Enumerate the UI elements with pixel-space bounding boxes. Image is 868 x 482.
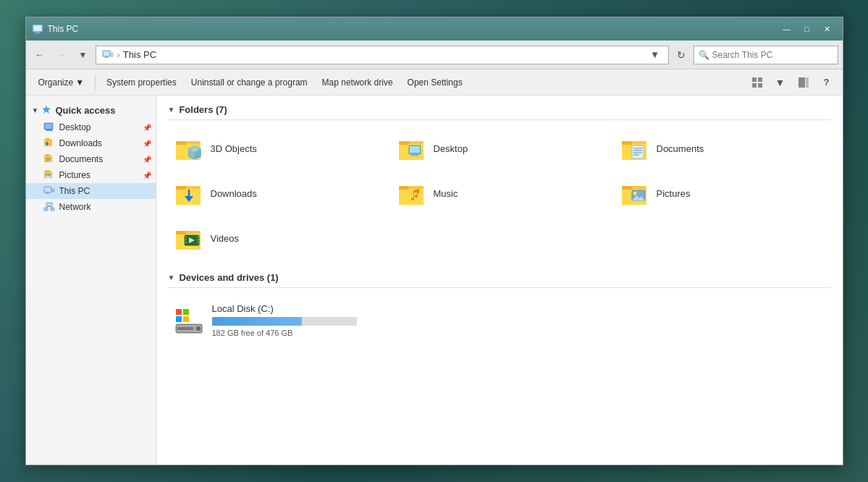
folder-item-3dobjects[interactable]: 3D Objects (168, 129, 385, 168)
view-dropdown-button[interactable]: ▼ (770, 72, 791, 93)
folder-item-videos[interactable]: Videos (168, 219, 385, 258)
sidebar-item-documents[interactable]: Documents 📌 (26, 151, 156, 167)
address-dropdown-button[interactable]: ▼ (648, 46, 662, 64)
details-pane-button[interactable] (793, 72, 814, 93)
toolbar: Organize ▼ System properties Uninstall o… (26, 69, 843, 96)
search-box[interactable]: 🔍 (694, 46, 838, 64)
sidebar-documents-label: Documents (59, 154, 104, 164)
sidebar-item-downloads[interactable]: Downloads 📌 (26, 135, 156, 151)
sidebar-quick-access-header[interactable]: ▼ Quick access (26, 101, 156, 119)
address-pc-icon (102, 49, 114, 61)
svg-rect-52 (399, 141, 409, 145)
back-button[interactable]: ← (30, 46, 49, 64)
folders-section: ▼ Folders (7) (168, 104, 831, 258)
folder-item-desktop[interactable]: Desktop (391, 129, 608, 168)
downloads-pin-icon: 📌 (143, 140, 151, 148)
svg-rect-2 (35, 32, 40, 33)
quick-access-label: Quick access (55, 105, 115, 116)
svg-rect-59 (622, 141, 632, 145)
title-bar: This PC — □ ✕ (26, 17, 843, 41)
organize-button[interactable]: Organize ▼ (32, 72, 91, 93)
map-network-button[interactable]: Map network drive (316, 72, 400, 93)
svg-rect-93 (183, 316, 189, 322)
address-input[interactable]: › This PC ▼ (96, 46, 669, 64)
recent-locations-button[interactable]: ▼ (74, 46, 93, 64)
network-icon (43, 201, 55, 213)
folder-item-downloads[interactable]: Downloads (168, 174, 385, 213)
title-bar-left: This PC (32, 23, 79, 35)
thispc-icon (43, 185, 55, 197)
sidebar-pictures-label: Pictures (59, 170, 90, 180)
sidebar-item-thispc[interactable]: This PC (26, 183, 156, 199)
organize-dropdown-icon: ▼ (75, 77, 84, 88)
organize-label: Organize (38, 77, 74, 88)
svg-rect-86 (197, 236, 199, 238)
refresh-button[interactable]: ↻ (672, 46, 691, 64)
folder-videos-label: Videos (211, 233, 240, 244)
svg-rect-85 (185, 242, 187, 244)
devices-section-label: Devices and drives (1) (179, 272, 278, 283)
device-name-label: Local Disk (C:) (212, 303, 357, 314)
close-button[interactable]: ✕ (818, 22, 837, 36)
device-free-label: 182 GB free of 476 GB (212, 329, 357, 337)
svg-rect-92 (176, 316, 182, 322)
window-icon (32, 23, 43, 35)
svg-rect-71 (399, 189, 424, 205)
folders-section-label: Folders (7) (179, 104, 227, 115)
svg-rect-81 (176, 231, 186, 234)
explorer-window: This PC — □ ✕ ← → ▼ › This PC ▼ ↻ (25, 17, 843, 465)
sidebar: ▼ Quick access De (26, 96, 156, 465)
folder-item-music[interactable]: Music (391, 174, 608, 213)
svg-rect-39 (44, 208, 48, 211)
svg-rect-15 (806, 77, 809, 88)
folder-item-documents[interactable]: Documents (614, 129, 831, 168)
svg-rect-55 (412, 154, 418, 156)
device-bar-fill (212, 317, 302, 326)
sidebar-item-desktop[interactable]: Desktop 📌 (26, 119, 156, 135)
open-settings-button[interactable]: Open Settings (401, 72, 469, 93)
svg-rect-9 (111, 53, 112, 56)
svg-rect-29 (46, 170, 49, 172)
folder-music-label: Music (434, 188, 458, 199)
maximize-button[interactable]: □ (798, 22, 817, 36)
minimize-button[interactable]: — (778, 22, 796, 36)
folder-pictures-label: Pictures (657, 188, 691, 199)
svg-point-78 (633, 192, 636, 195)
folders-section-header[interactable]: ▼ Folders (7) (168, 104, 831, 120)
svg-rect-84 (185, 239, 187, 241)
system-properties-button[interactable]: System properties (100, 72, 183, 93)
devices-section-header[interactable]: ▼ Devices and drives (1) (168, 272, 831, 288)
folder-desktop-label: Desktop (434, 143, 468, 154)
device-item-c[interactable]: Local Disk (C:) 182 GB free of 476 GB (168, 297, 400, 344)
desktop-icon (43, 122, 55, 133)
svg-rect-1 (34, 26, 41, 31)
svg-rect-60 (632, 145, 644, 158)
svg-rect-14 (799, 77, 805, 88)
forward-button[interactable]: → (52, 46, 71, 64)
main-area: ▼ Quick access De (26, 96, 843, 465)
view-options-button[interactable] (747, 72, 767, 93)
uninstall-button[interactable]: Uninstall or change a program (185, 72, 314, 93)
search-icon: 🔍 (699, 50, 709, 60)
svg-rect-18 (45, 124, 52, 129)
svg-rect-25 (46, 158, 51, 158)
svg-rect-36 (52, 189, 54, 192)
local-disk-icon (174, 306, 203, 335)
sidebar-desktop-label: Desktop (59, 122, 91, 132)
sidebar-item-pictures[interactable]: Pictures 📌 (26, 167, 156, 183)
address-bar: ← → ▼ › This PC ▼ ↻ 🔍 (26, 41, 843, 69)
sidebar-section-icon (41, 104, 51, 117)
svg-rect-21 (44, 139, 52, 146)
pane-icon (799, 77, 809, 88)
desktop-pin-icon: 📌 (143, 124, 151, 132)
title-bar-title: This PC (48, 24, 79, 34)
sidebar-item-network[interactable]: Network (26, 199, 156, 215)
svg-rect-5 (104, 51, 109, 56)
svg-rect-12 (752, 83, 757, 88)
svg-rect-72 (399, 186, 409, 190)
search-input[interactable] (712, 50, 833, 60)
folder-desktop-icon (397, 134, 426, 163)
folder-item-pictures[interactable]: Pictures (614, 174, 831, 213)
svg-rect-26 (46, 159, 51, 160)
help-button[interactable]: ? (817, 72, 837, 93)
